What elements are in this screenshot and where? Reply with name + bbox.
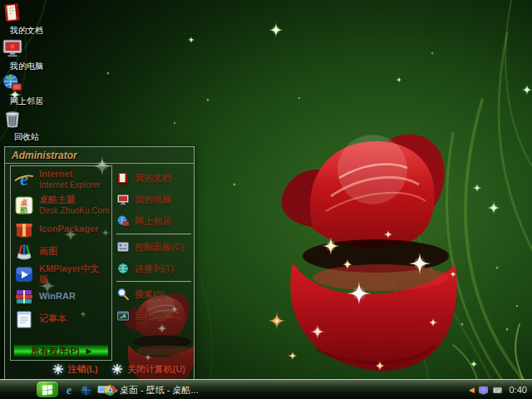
my-computer-icon: [116, 193, 130, 206]
search-icon: [116, 288, 130, 301]
log-off-label: 注销(L): [68, 363, 98, 376]
my-documents-icon: [116, 171, 130, 185]
start-menu-places-list: 我的文档 我的电脑 网上邻居 控制面板(C): [116, 167, 191, 327]
log-off-icon: [52, 363, 64, 375]
taskbar: e › 桌面 - 壁纸 - 桌酷... ◀ 0:40: [0, 379, 532, 399]
menu-separator: [116, 234, 191, 234]
all-programs-button[interactable]: 所有程序(P) ▶: [13, 344, 109, 357]
connect-to-icon: [116, 262, 130, 275]
start-menu-pinned-list: e InternetInternet Explorer 桌酷 桌酷主题Desk.…: [10, 165, 112, 361]
menu-item-my-documents[interactable]: 我的文档: [116, 167, 191, 189]
item-label: 我的文档: [135, 172, 171, 185]
desktop-icon-my-documents[interactable]: 我的文档: [2, 2, 52, 37]
desktop-icon-recycle-bin[interactable]: 回收站: [2, 108, 52, 143]
item-label: 控制面板(C): [135, 241, 184, 254]
item-label: 画图: [39, 246, 57, 257]
item-label: 运行(R)...: [135, 310, 173, 323]
desktop-icon-network-places[interactable]: 网上邻居: [2, 72, 52, 107]
notepad-icon: [14, 309, 34, 329]
item-label: 搜索(S): [135, 288, 165, 301]
system-tray: ◀ 0:40: [469, 380, 527, 399]
internet-explorer-quicklaunch-icon[interactable]: e: [63, 384, 76, 397]
kmplayer-icon: [14, 264, 34, 284]
menu-item-paint[interactable]: 画图: [11, 240, 111, 263]
browser-icon: [105, 385, 116, 396]
desktop-icon-label: 我的文档: [2, 25, 52, 37]
log-off-button[interactable]: 注销(L): [52, 363, 98, 376]
turn-off-computer-icon: [111, 363, 123, 375]
menu-item-control-panel[interactable]: 控制面板(C): [116, 236, 191, 258]
menu-item-network-places[interactable]: 网上邻居: [116, 210, 191, 232]
item-label: IconPackager: [39, 224, 99, 234]
control-panel-icon: [116, 240, 130, 254]
desktop-icon-label: 回收站: [2, 131, 52, 143]
item-label: 我的电脑: [135, 194, 171, 206]
internet-explorer-icon: e: [14, 170, 34, 190]
menu-item-zhuoku-theme[interactable]: 桌酷 桌酷主题Desk.ZhuoKu.Com: [11, 192, 111, 218]
paint-icon: [14, 242, 34, 262]
menu-item-run[interactable]: 运行(R)...: [116, 305, 191, 327]
task-button-wallpaper-browser[interactable]: 桌面 - 壁纸 - 桌酷...: [100, 382, 204, 398]
desktop-icon-label: 我的电脑: [2, 61, 52, 72]
svg-text:酷: 酷: [21, 206, 28, 214]
my-computer-icon: [2, 37, 52, 59]
all-programs-arrow-icon: ▶: [86, 347, 91, 355]
iconpackager-icon: [14, 219, 34, 239]
menu-item-my-computer[interactable]: 我的电脑: [116, 189, 191, 210]
zhuoku-theme-icon: 桌酷: [14, 195, 34, 215]
menu-item-notepad[interactable]: 记事本: [11, 308, 111, 330]
svg-text:桌: 桌: [20, 198, 28, 206]
item-label: 记事本: [39, 313, 66, 324]
task-button-label: 桌面 - 壁纸 - 桌酷...: [120, 384, 199, 397]
desktop-screen: 我的文档 我的电脑 网上邻居 回收站 Administrator e Inter…: [0, 0, 532, 399]
all-programs-label: 所有程序(P): [31, 345, 80, 357]
item-label: 连接到(T): [135, 263, 174, 275]
ime-tray-icon[interactable]: [492, 385, 503, 396]
globe-quicklaunch-icon[interactable]: [80, 384, 92, 397]
menu-item-kmplayer[interactable]: KMPlayer中文版: [11, 263, 111, 285]
turn-off-computer-button[interactable]: 关闭计算机(U): [111, 363, 185, 376]
item-sublabel: Desk.ZhuoKu.Com: [39, 206, 109, 215]
network-places-icon: [2, 72, 52, 94]
start-button[interactable]: [37, 382, 58, 397]
menu-item-winrar[interactable]: WinRAR: [11, 285, 111, 308]
taskbar-clock[interactable]: 0:40: [510, 385, 527, 395]
run-icon: [116, 309, 130, 323]
display-tray-icon[interactable]: [478, 385, 489, 396]
menu-item-internet-explorer[interactable]: e InternetInternet Explorer: [11, 166, 111, 192]
menu-item-search[interactable]: 搜索(S): [116, 283, 191, 305]
windows-flag-icon: [41, 383, 54, 397]
menu-item-iconpackager[interactable]: IconPackager: [11, 218, 111, 240]
my-documents-icon: [2, 2, 52, 23]
network-places-icon: [116, 214, 130, 228]
start-menu-footer: 注销(L) 关闭计算机(U): [5, 361, 185, 377]
item-sublabel: Internet Explorer: [39, 180, 101, 190]
tray-collapse-chevron-icon[interactable]: ◀: [469, 386, 475, 394]
desktop-icon-label: 网上邻居: [2, 96, 52, 107]
recycle-bin-icon: [2, 108, 52, 130]
item-label: Internet: [39, 169, 72, 179]
winrar-icon: [14, 287, 34, 307]
item-label: 网上邻居: [135, 215, 171, 228]
item-label: 桌酷主题: [39, 195, 76, 204]
item-label: WinRAR: [39, 291, 76, 302]
start-menu-user-name: Administrator: [5, 147, 194, 164]
menu-separator: [116, 281, 191, 282]
item-label: KMPlayer中文版: [39, 264, 108, 284]
turn-off-computer-label: 关闭计算机(U): [127, 363, 185, 376]
menu-item-connect-to[interactable]: 连接到(T): [116, 258, 191, 279]
desktop-icon-my-computer[interactable]: 我的电脑: [2, 37, 52, 72]
start-menu: Administrator e InternetInternet Explore…: [4, 146, 195, 381]
